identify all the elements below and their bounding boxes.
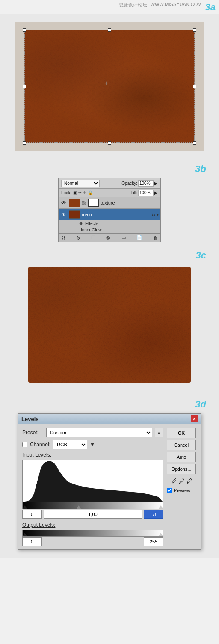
black-point-slider[interactable] <box>23 505 27 509</box>
opacity-arrow[interactable]: ▶ <box>154 181 158 186</box>
lock-transparent-icon[interactable]: ▣ <box>73 190 77 195</box>
levels-close-button[interactable]: ✕ <box>191 415 198 422</box>
handle-mr[interactable] <box>193 85 196 88</box>
preview-checkbox[interactable] <box>167 488 172 493</box>
eyedropper-row: 🖊 🖊 🖊 <box>167 478 197 484</box>
site-url: WWW.MISSYUAN.COM <box>151 2 202 13</box>
output-white-input[interactable] <box>144 537 163 546</box>
section-3a <box>0 14 219 159</box>
levels-main: Preset: Custom ≡ Channel: RGB ▼ <box>22 428 163 546</box>
fill-input[interactable] <box>138 190 154 196</box>
white-eyedropper[interactable]: 🖊 <box>186 478 192 484</box>
levels-ok-button[interactable]: OK <box>167 428 196 438</box>
section-3b: Normal Opacity: ▶ Lock: ▣ ✏ ✛ 🔒 Fil <box>0 178 219 242</box>
preview-label: Preview <box>174 488 190 493</box>
white-point-input[interactable] <box>144 510 163 519</box>
lock-icons: ▣ ✏ ✛ 🔒 <box>73 190 93 195</box>
lock-all-icon[interactable]: 🔒 <box>88 190 93 195</box>
layer-texture-row[interactable]: 👁 ⛓ texture <box>59 197 160 209</box>
section-3b-wrapper: 3b Normal Opacity: ▶ Lock: ▣ ✏ <box>0 159 219 246</box>
preview-row: Preview <box>167 488 197 493</box>
histogram-area <box>22 460 163 502</box>
layer-name-texture: texture <box>101 200 159 205</box>
preset-label: Preset: <box>22 430 44 436</box>
layer-effects-row: 👁 Effects <box>59 220 160 227</box>
output-black-slider[interactable] <box>23 533 27 536</box>
layer-styles-btn[interactable]: fx <box>77 235 80 240</box>
leather-preview <box>28 267 191 383</box>
layer-eye-main[interactable]: 👁 <box>60 211 67 218</box>
levels-options-button[interactable]: Options... <box>167 464 196 474</box>
handle-bc[interactable] <box>108 141 111 145</box>
layer-mask-texture <box>88 199 99 207</box>
section-3c <box>0 263 219 391</box>
layers-bottom-bar: ⛓ fx ☐ ◎ ▭ 📄 🗑 <box>59 233 160 242</box>
preset-options-button[interactable]: ≡ <box>155 428 163 437</box>
gray-eyedropper[interactable]: 🖊 <box>179 478 185 484</box>
midpoint-input[interactable] <box>44 510 142 519</box>
output-black-input[interactable] <box>22 537 42 546</box>
levels-body: Preset: Custom ≡ Channel: RGB ▼ <box>18 424 201 549</box>
layer-main-row[interactable]: 👁 main fx ▸ <box>59 209 160 220</box>
lock-paint-icon[interactable]: ✏ <box>78 190 82 195</box>
layer-fx-main: fx ▸ <box>152 212 159 217</box>
levels-buttons: OK Cancel Auto Options... 🖊 🖊 🖊 Preview <box>167 428 197 546</box>
leather-preview-svg <box>28 267 191 383</box>
layer-eye-effects[interactable]: 👁 <box>79 221 83 226</box>
input-values-row <box>22 510 163 519</box>
section-3c-wrapper: 3c <box>0 246 219 391</box>
layer-name-main: main <box>82 212 150 217</box>
fill-label: Fill: <box>130 190 137 195</box>
layer-inner-glow-row: Inner Glow <box>59 227 160 233</box>
channel-select[interactable]: RGB <box>53 440 87 449</box>
crosshair <box>106 83 113 90</box>
blend-mode-select[interactable]: Normal <box>61 180 100 187</box>
step-3c-label-container: 3c <box>0 246 219 263</box>
black-eyedropper[interactable]: 🖊 <box>171 478 177 484</box>
section-3d-wrapper: 3d Levels ✕ Preset: Custom ≡ <box>0 391 219 558</box>
fill-group: Fill: ▶ <box>130 190 158 196</box>
levels-auto-button[interactable]: Auto <box>167 452 196 462</box>
new-layer-btn[interactable]: 📄 <box>136 235 142 240</box>
delete-layer-btn[interactable]: 🗑 <box>153 235 158 240</box>
output-white-slider[interactable] <box>159 533 163 536</box>
section-3d: Levels ✕ Preset: Custom ≡ <box>0 413 219 550</box>
layer-chain-texture: ⛓ <box>82 201 86 205</box>
white-point-slider[interactable] <box>159 505 163 509</box>
levels-title: Levels <box>21 416 38 422</box>
step-3a-header-label: 3a <box>205 2 216 13</box>
add-mask-btn[interactable]: ☐ <box>91 235 95 240</box>
new-adjustment-btn[interactable]: ◎ <box>106 235 110 240</box>
handle-ml[interactable] <box>23 85 26 88</box>
midpoint-slider[interactable] <box>77 505 81 509</box>
handle-bl[interactable] <box>23 141 26 145</box>
handle-tr[interactable] <box>193 28 196 32</box>
input-gradient-slider[interactable] <box>22 502 163 509</box>
input-levels-label: Input Levels: <box>22 452 163 458</box>
output-gradient-slider[interactable] <box>22 530 163 537</box>
layers-top-bar: Normal Opacity: ▶ <box>59 178 160 189</box>
link-layers-btn[interactable]: ⛓ <box>61 235 66 240</box>
black-point-input[interactable] <box>22 510 42 519</box>
opacity-input[interactable] <box>138 180 154 187</box>
preset-select[interactable]: Custom <box>46 428 152 437</box>
levels-cancel-button[interactable]: Cancel <box>167 440 196 450</box>
handle-br[interactable] <box>193 141 196 145</box>
handle-tl[interactable] <box>23 28 26 32</box>
layer-thumb-texture <box>69 199 80 207</box>
channel-row: Channel: RGB ▼ <box>22 440 163 449</box>
channel-arrow: ▼ <box>90 442 95 448</box>
preset-row: Preset: Custom ≡ <box>22 428 163 437</box>
channel-label: Channel: <box>30 442 50 448</box>
leather-layer <box>24 30 195 143</box>
channel-checkbox[interactable] <box>22 442 27 447</box>
layers-lock-bar: Lock: ▣ ✏ ✛ 🔒 Fill: ▶ <box>59 189 160 197</box>
layer-inner-glow-label: Inner Glow <box>81 228 101 232</box>
fill-arrow[interactable]: ▶ <box>154 190 158 195</box>
handle-tc[interactable] <box>108 28 111 32</box>
new-group-btn[interactable]: ▭ <box>121 235 126 240</box>
lock-move-icon[interactable]: ✛ <box>83 190 86 195</box>
output-values-row <box>22 537 163 546</box>
opacity-label: Opacity: <box>121 181 137 186</box>
layer-eye-texture[interactable]: 👁 <box>60 199 67 206</box>
